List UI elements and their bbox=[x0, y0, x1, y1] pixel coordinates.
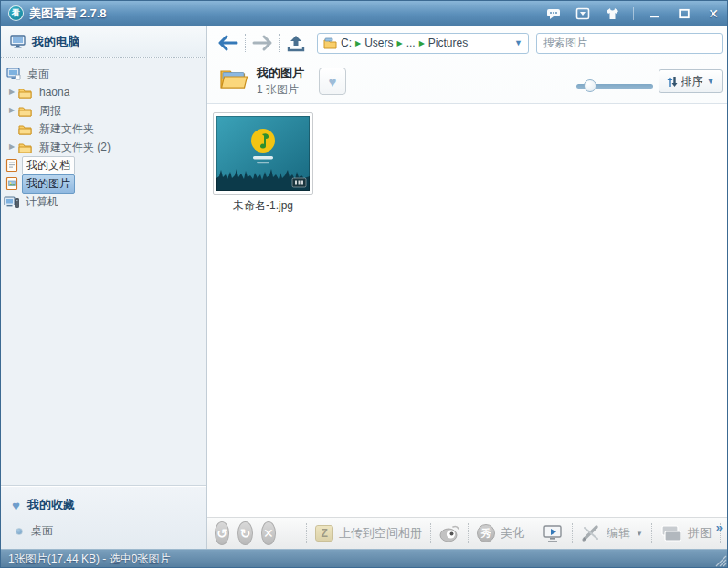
rotate-left-icon: ↺ bbox=[216, 526, 227, 541]
message-icon[interactable] bbox=[545, 6, 562, 21]
monitor-icon bbox=[10, 35, 26, 48]
image-filename: 未命名-1.jpg bbox=[207, 198, 319, 214]
titlebar-separator bbox=[633, 7, 634, 20]
toolbar-separator bbox=[306, 523, 307, 543]
status-text: 1张图片(17.44 KB) - 选中0张图片 bbox=[8, 552, 170, 567]
status-bar: 1张图片(17.44 KB) - 选中0张图片 bbox=[1, 549, 728, 568]
sidebar: 我的电脑 桌面 ▶ haona ▶ 周报 新建文件夹 bbox=[1, 26, 207, 549]
sort-button[interactable]: 排序 ▼ bbox=[659, 69, 723, 93]
folder-icon bbox=[17, 87, 33, 99]
slideshow-icon bbox=[542, 523, 564, 543]
resize-grip[interactable] bbox=[715, 555, 727, 567]
toolbar-separator bbox=[651, 523, 652, 543]
expander-icon[interactable]: ▶ bbox=[6, 83, 17, 101]
qzone-icon: Z bbox=[315, 525, 333, 542]
thumbnail-image bbox=[216, 116, 310, 191]
rotate-right-button[interactable]: ↻ bbox=[237, 521, 252, 545]
toolbar-separator bbox=[245, 34, 246, 52]
window-title: 美图看看 2.7.8 bbox=[29, 5, 107, 22]
more-tools-button[interactable]: » bbox=[716, 521, 723, 534]
breadcrumb-segment[interactable]: ... bbox=[403, 37, 419, 49]
edit-button[interactable]: 编辑 ▼ bbox=[581, 524, 643, 542]
breadcrumb-segment[interactable]: Pictures bbox=[425, 37, 471, 49]
heart-icon: ♥ bbox=[329, 74, 337, 89]
app-logo-icon: 看 bbox=[8, 5, 24, 21]
slider-thumb[interactable] bbox=[584, 79, 596, 92]
folder-info-toolbar: 我的图片 1 张图片 ♥ 排序 ▼ bbox=[207, 59, 728, 103]
search-input[interactable] bbox=[536, 33, 723, 54]
thumbnail-grid: 未命名-1.jpg bbox=[207, 103, 728, 517]
edit-pen-icon bbox=[581, 524, 601, 542]
rotate-left-button[interactable]: ↺ bbox=[215, 521, 229, 545]
sidebar-spacer bbox=[1, 211, 206, 485]
folder-info: 我的图片 1 张图片 bbox=[257, 65, 304, 98]
back-button[interactable] bbox=[216, 31, 240, 55]
main-panel: C: ▶ Users ▶ ... ▶ Pictures ▼ 我的图片 1 张图片… bbox=[207, 26, 728, 549]
breadcrumb-segment[interactable]: C: bbox=[337, 37, 355, 49]
bullet-icon bbox=[16, 528, 23, 535]
maximize-button[interactable] bbox=[676, 6, 692, 21]
image-thumbnail[interactable] bbox=[213, 112, 313, 195]
open-folder-icon bbox=[218, 66, 249, 97]
toolbar-separator bbox=[279, 34, 280, 52]
navigation-toolbar: C: ▶ Users ▶ ... ▶ Pictures ▼ bbox=[207, 26, 728, 59]
zoom-slider[interactable] bbox=[576, 79, 653, 92]
address-bar[interactable]: C: ▶ Users ▶ ... ▶ Pictures ▼ bbox=[317, 33, 529, 54]
collage-icon bbox=[660, 524, 682, 542]
titlebar: 看 美图看看 2.7.8 ✕ bbox=[1, 1, 728, 26]
sort-label: 排序 bbox=[681, 74, 703, 89]
share-weibo-button[interactable] bbox=[439, 524, 459, 542]
tree-item-haona[interactable]: ▶ haona bbox=[1, 83, 206, 101]
heart-icon: ♥ bbox=[12, 499, 20, 512]
tree-item-computer[interactable]: 计算机 bbox=[1, 193, 206, 211]
folder-icon bbox=[17, 123, 33, 135]
toolbar-separator bbox=[533, 523, 533, 543]
favorite-item-desktop[interactable]: 桌面 bbox=[1, 517, 206, 543]
tree-item-new-folder[interactable]: 新建文件夹 bbox=[1, 120, 206, 138]
pictures-icon bbox=[4, 176, 19, 191]
breadcrumb-segment[interactable]: Users bbox=[361, 37, 396, 49]
expander-icon[interactable]: ▶ bbox=[6, 138, 17, 156]
close-button[interactable]: ✕ bbox=[705, 6, 722, 21]
bottom-toolbar: ↺ ↻ ✕ Z 上传到空间相册 秀 美化 编辑 ▼ 拼图 bbox=[207, 517, 728, 549]
up-button[interactable] bbox=[284, 31, 308, 55]
forward-button[interactable] bbox=[250, 31, 274, 55]
chevron-down-icon: ▼ bbox=[636, 530, 643, 538]
delete-button[interactable]: ✕ bbox=[261, 521, 276, 545]
beautify-button[interactable]: 秀 美化 bbox=[477, 524, 524, 542]
inbox-icon[interactable] bbox=[575, 6, 591, 21]
folder-tree: 桌面 ▶ haona ▶ 周报 新建文件夹 ▶ 新建 bbox=[1, 58, 206, 211]
weibo-eye-icon bbox=[439, 524, 459, 542]
selected-tree-item: 我的图片 bbox=[22, 174, 75, 194]
tree-item-new-folder-2[interactable]: ▶ 新建文件夹 (2) bbox=[1, 138, 206, 156]
folder-count: 1 张图片 bbox=[257, 82, 304, 98]
address-dropdown-icon[interactable]: ▼ bbox=[514, 38, 522, 47]
upload-qzone-button[interactable]: Z 上传到空间相册 bbox=[315, 525, 422, 542]
tree-item-desktop[interactable]: 桌面 bbox=[1, 65, 206, 83]
folder-icon bbox=[17, 105, 33, 117]
favorites-section: ♥ 我的收藏 桌面 bbox=[1, 485, 206, 549]
expander-icon[interactable]: ▶ bbox=[6, 101, 17, 120]
delete-icon: ✕ bbox=[263, 526, 274, 541]
toolbar-separator bbox=[430, 523, 431, 543]
skin-icon[interactable] bbox=[604, 6, 620, 21]
address-folder-icon bbox=[323, 37, 337, 49]
sidebar-header-label: 我的电脑 bbox=[32, 34, 79, 50]
collage-button[interactable]: 拼图 bbox=[660, 524, 712, 542]
toolbar-separator bbox=[468, 523, 469, 543]
tree-item-my-documents[interactable]: 我的文档 bbox=[1, 156, 206, 174]
favorites-header: ♥ 我的收藏 bbox=[1, 493, 206, 517]
rotate-right-icon: ↻ bbox=[240, 526, 251, 541]
folder-title: 我的图片 bbox=[257, 65, 304, 81]
minimize-button[interactable] bbox=[647, 6, 663, 21]
tree-item-zhoubao[interactable]: ▶ 周报 bbox=[1, 101, 206, 120]
computer-icon bbox=[4, 195, 19, 209]
toolbar-separator bbox=[572, 523, 573, 543]
folder-icon bbox=[17, 142, 33, 153]
desktop-icon bbox=[5, 68, 21, 80]
slideshow-button[interactable] bbox=[542, 523, 564, 543]
chevron-down-icon: ▼ bbox=[707, 77, 715, 86]
favorite-folder-button[interactable]: ♥ bbox=[319, 68, 346, 95]
tree-item-my-pictures[interactable]: 我的图片 bbox=[1, 174, 206, 193]
sort-arrows-icon bbox=[667, 76, 678, 88]
